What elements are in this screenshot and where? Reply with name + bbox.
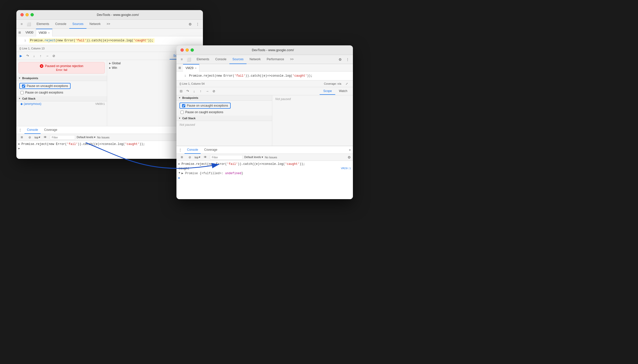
- close-tab-vm39[interactable]: ×: [48, 31, 50, 34]
- default-levels-btn-1[interactable]: Default levels ▾: [77, 136, 96, 139]
- close-console-2[interactable]: ×: [349, 148, 351, 152]
- gear-icon-1[interactable]: ⚙: [187, 21, 193, 27]
- breakpoints-triangle-1: ▼: [18, 77, 21, 79]
- no-issues-badge-2: No Issues: [265, 156, 277, 159]
- maximize-button-1[interactable]: [31, 13, 34, 16]
- console-filter-input-2[interactable]: [210, 155, 243, 160]
- device-icon-2[interactable]: ⬜: [186, 56, 192, 63]
- tab-console-1[interactable]: Console: [52, 20, 69, 29]
- pause-banner-text-1: Paused on promise rejection: [45, 64, 83, 68]
- panels-container-1: ✕ Paused on promise rejection Error: fai…: [16, 60, 203, 126]
- checkbox-caught-1[interactable]: [20, 91, 24, 94]
- uncaught-label-2: Pause on uncaught exceptions: [187, 104, 228, 107]
- tab-sources-1[interactable]: Sources: [69, 20, 86, 29]
- traffic-lights-1: [20, 13, 34, 16]
- close-tab-vm29[interactable]: ×: [195, 67, 196, 70]
- tab-elements-1[interactable]: Elements: [34, 20, 52, 29]
- dots-icon-2[interactable]: ⋮: [344, 56, 351, 63]
- console-arrow-promise-2: ▶: [178, 162, 180, 165]
- inspect-icon[interactable]: ⌗: [18, 21, 25, 27]
- step-btn-1[interactable]: →: [45, 53, 50, 58]
- console-line-2: ▶: [18, 146, 201, 150]
- console-open-btn-1[interactable]: ⊞: [18, 134, 25, 141]
- console-prompt-2: ▶: [178, 176, 180, 179]
- toolbar-tabs-1: Elements Console Sources Network >>: [34, 20, 113, 29]
- console-arrow-1: ▶: [18, 142, 20, 145]
- checkbox-uncaught-1[interactable]: [22, 84, 25, 88]
- callstack-location-1: VM39:1: [95, 102, 105, 105]
- tab-performance-2[interactable]: Performance: [264, 55, 287, 64]
- tab-elements-2[interactable]: Elements: [194, 55, 212, 64]
- step-out-btn-1[interactable]: ↑: [38, 53, 43, 58]
- console-filter-input-1[interactable]: [50, 135, 75, 140]
- breakpoints-header-1[interactable]: ▼ Breakpoints: [16, 76, 107, 81]
- coverage-tab-1[interactable]: Coverage: [42, 126, 60, 134]
- callstack-item-1[interactable]: ◆ (anonymous) VM39:1: [16, 101, 107, 106]
- panels-container-2: ▼ Breakpoints Pause on uncaught exceptio…: [176, 95, 353, 146]
- resume-btn-1[interactable]: ▶: [18, 53, 23, 58]
- debugger-toolbar-2: ⊟ ↷ ↓ ↑ → ⊘ Scope Watch: [176, 87, 353, 95]
- vm-link-2[interactable]: VM29:1: [341, 167, 351, 170]
- dots-icon-1[interactable]: ⋮: [194, 21, 201, 27]
- close-button-2[interactable]: [180, 48, 184, 52]
- device-icon[interactable]: ⬜: [25, 21, 32, 27]
- eye-icon-2[interactable]: 👁: [202, 154, 208, 161]
- file-tab-vm39[interactable]: VM39 ×: [36, 29, 52, 36]
- breakpoint-uncaught-2[interactable]: Pause on uncaught exceptions: [176, 102, 272, 110]
- tab-network-1[interactable]: Network: [86, 20, 104, 29]
- checkbox-caught-2[interactable]: [180, 111, 184, 114]
- deactivate-btn-2[interactable]: ⊘: [211, 89, 216, 94]
- columns-btn-2[interactable]: ⊟: [178, 89, 184, 94]
- coverage-tab-2[interactable]: Coverage: [202, 146, 220, 154]
- watch-tab-2[interactable]: Watch: [335, 88, 351, 95]
- scope-tab-2[interactable]: Scope: [320, 88, 335, 95]
- checkbox-uncaught-2[interactable]: [182, 104, 185, 107]
- deactivate-btn-1[interactable]: ⊘: [51, 53, 56, 58]
- close-button-1[interactable]: [20, 13, 24, 16]
- gear-icon-console-2[interactable]: ⚙: [348, 155, 351, 159]
- maximize-button-2[interactable]: [191, 48, 194, 52]
- default-levels-btn-2[interactable]: Default levels ▾: [244, 156, 263, 159]
- step-into-btn-2[interactable]: ↑: [198, 89, 203, 94]
- tab-more-1[interactable]: >>: [104, 20, 113, 29]
- pause-banner-subtitle-1: Error: fail: [56, 68, 67, 71]
- step-into-btn-1[interactable]: ↓: [32, 53, 37, 58]
- console-tab-2[interactable]: Console: [185, 146, 201, 154]
- open-tab-btn-2[interactable]: ⊞: [178, 66, 181, 70]
- line-number-1: 1: [18, 39, 26, 42]
- console-clear-btn-1[interactable]: ⊘: [26, 134, 33, 141]
- callstack-header-1[interactable]: ▼ Call Stack: [16, 96, 107, 101]
- console-clear-btn-2[interactable]: ⊘: [187, 154, 193, 161]
- breakpoint-uncaught-1[interactable]: Pause on uncaught exceptions: [16, 82, 107, 90]
- console-open-btn-2[interactable]: ⊞: [178, 154, 185, 161]
- minimize-button-1[interactable]: [25, 13, 29, 16]
- inspect-icon-2[interactable]: ⌗: [178, 56, 185, 63]
- error-icon-1: ✕: [40, 64, 43, 68]
- resume-btn-2[interactable]: ↷: [185, 89, 190, 94]
- tab-more-2[interactable]: >>: [287, 55, 297, 64]
- minimize-button-2[interactable]: [186, 48, 189, 52]
- right-panel-2: Not paused: [272, 95, 353, 146]
- step-btn-2[interactable]: →: [205, 89, 210, 94]
- status-bar-1: {} Line 1, Column 13 Coverage: n/a: [16, 45, 203, 52]
- breakpoint-caught-2[interactable]: Pause on caught exceptions: [176, 110, 272, 115]
- console-tab-1[interactable]: Console: [24, 126, 41, 134]
- tab-sources-2[interactable]: Sources: [229, 55, 247, 64]
- gear-icon-2[interactable]: ⚙: [337, 56, 343, 63]
- console-dots-2[interactable]: ⋮: [178, 148, 182, 152]
- file-tab-vm30[interactable]: VM30: [23, 29, 36, 36]
- breakpoints-header-2[interactable]: ▼ Breakpoints: [176, 95, 272, 101]
- callstack-header-2[interactable]: ▼ Call Stack: [176, 116, 272, 121]
- tab-console-2[interactable]: Console: [212, 55, 229, 64]
- open-tab-btn-1[interactable]: ⊞: [18, 31, 21, 34]
- breakpoint-caught-1[interactable]: Pause on caught exceptions: [16, 90, 107, 95]
- expand-icon-2[interactable]: ⤢: [343, 80, 350, 87]
- eye-icon-1[interactable]: 👁: [42, 134, 48, 141]
- top-dropdown-1[interactable]: top ▾: [35, 136, 40, 139]
- step-over-btn-2[interactable]: ↓: [192, 89, 197, 94]
- step-over-btn-1[interactable]: ↷: [25, 53, 30, 58]
- tab-network-2[interactable]: Network: [247, 55, 264, 64]
- file-tab-vm29[interactable]: VM29 ×: [183, 64, 199, 72]
- top-dropdown-2[interactable]: top ▾: [195, 156, 200, 159]
- console-dots-1[interactable]: ⋮: [18, 128, 22, 132]
